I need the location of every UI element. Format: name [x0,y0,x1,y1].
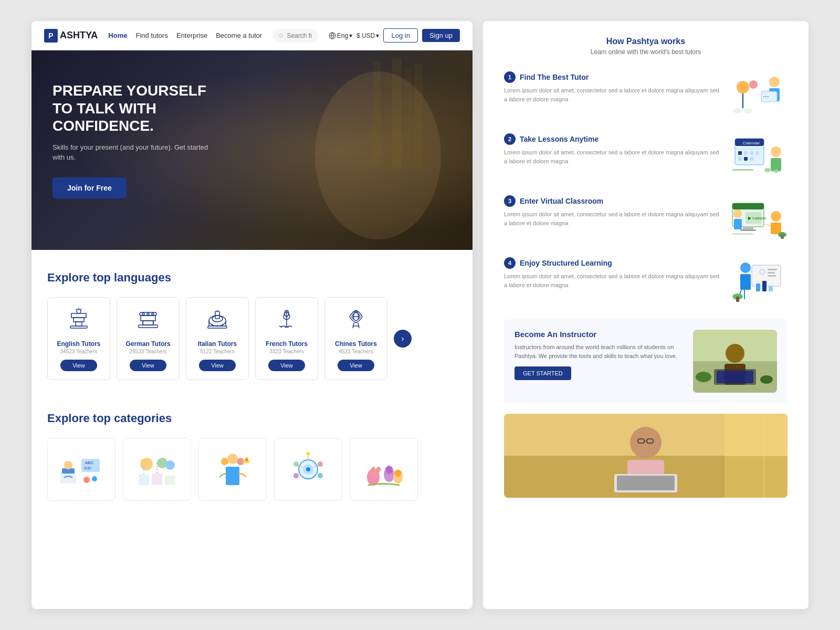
logo[interactable]: P ASHTYA [44,29,98,43]
navbar: P ASHTYA Home Find tutors Enterprise Bec… [32,21,472,50]
join-free-button[interactable]: Join for Free [52,177,127,198]
instructor-desc: Instructors from around the world teach … [514,343,685,360]
french-view-button[interactable]: View [268,360,305,371]
svg-rect-35 [215,311,219,319]
step-1-content: 1 Find The Best Tutor Lorem ipsum dolor … [504,71,721,103]
svg-rect-52 [139,475,149,485]
svg-point-22 [142,313,144,315]
svg-point-59 [221,458,228,465]
svg-point-51 [165,460,175,470]
svg-point-137 [760,375,773,384]
german-view-button[interactable]: View [130,360,166,371]
svg-point-47 [83,477,90,483]
svg-rect-98 [771,158,781,171]
cat-card-language[interactable]: ABC 你好 [47,438,116,501]
svg-text:Calendar: Calendar [743,141,760,145]
lang-card-chinese: Chines Tutors 4523 Teachers View [324,297,387,380]
nav-find-tutors[interactable]: Find tutors [135,32,167,39]
search-bar[interactable] [272,29,318,43]
category-illustration-1: ABC 你好 [56,447,107,492]
step-1: 1 Find The Best Tutor Lorem ipsum dolor … [504,71,788,119]
svg-point-100 [773,170,779,173]
instructor-section: Become An Instructor Instructors from ar… [504,319,788,403]
step-3-number: 3 [504,195,516,207]
login-button[interactable]: Log in [383,28,417,43]
hero-content: PREPARE YOURSELF TO TALK WITH CONFIDENCE… [32,50,231,230]
how-it-works-header: How Pashtya works Learn online with the … [504,37,788,56]
svg-marker-67 [306,451,310,455]
step-2-title: Take Lessons Anytime [520,135,598,143]
svg-line-112 [765,224,771,226]
italian-name: Italian Tutors [193,340,242,348]
svg-point-23 [147,313,149,315]
svg-rect-107 [734,219,742,229]
step-3-header: 3 Enter Virtual Classroom [504,195,721,207]
cat-card-professional[interactable] [198,438,267,501]
svg-text:ABC: ABC [85,460,94,465]
svg-point-57 [227,454,238,464]
svg-rect-146 [617,476,675,490]
cat-card-technology[interactable] [274,438,342,501]
svg-rect-105 [740,229,756,231]
italian-view-button[interactable]: View [199,360,236,371]
next-button[interactable]: › [394,330,412,348]
svg-point-116 [740,262,751,273]
hero-section: PREPARE YOURSELF TO TALK WITH CONFIDENCE… [32,50,472,250]
currency-selector[interactable]: $ USD ▾ [356,32,379,39]
nav-home[interactable]: Home [108,32,127,39]
instructor-photo [693,330,777,393]
how-subtitle: Learn online with the world's best tutor… [504,48,788,56]
french-name: French Tutors [262,340,311,348]
svg-rect-58 [226,467,239,485]
svg-rect-127 [756,284,760,291]
step-2-content: 2 Take Lessons Anytime Lorem ipsum dolor… [504,133,721,165]
svg-rect-117 [740,274,751,290]
english-name: English Tutors [54,340,103,348]
languages-section: Explore top languages Englis [32,250,472,401]
svg-rect-126 [736,297,739,302]
svg-rect-96 [750,157,753,161]
nav-enterprise[interactable]: Enterprise [176,32,207,39]
step-4-desc: Lorem ipsum dolor sit amet, consectetur … [504,272,721,289]
step-2-header: 2 Take Lessons Anytime [504,133,721,145]
how-title: How Pashtya works [504,37,788,46]
step-4-number: 4 [504,257,516,269]
svg-line-17 [81,309,81,310]
cat-card-business[interactable] [123,438,191,501]
instructor-title: Become An Instructor [514,330,685,339]
step-1-desc: Lorem ipsum dolor sit amet, consectetur … [504,86,721,103]
german-name: German Tutors [123,340,173,348]
cat-card-arts[interactable] [350,438,418,501]
svg-rect-122 [768,275,776,277]
nav-become-tutor[interactable]: Become a tutor [216,32,262,39]
get-started-button[interactable]: GET STARTED [514,366,571,380]
step-1-title: Find The Best Tutor [520,73,589,81]
step-3-content: 3 Enter Virtual Classroom Lorem ipsum do… [504,195,721,227]
svg-point-14 [77,309,81,313]
english-view-button[interactable]: View [60,360,97,371]
search-icon [279,33,284,39]
language-cards: English Tutors 34523 Teachers View [47,297,457,380]
chinese-teachers: 4523 Teachers [331,349,381,354]
step-3-title: Enter Virtual Classroom [520,197,603,205]
chinese-view-button[interactable]: View [338,360,374,371]
svg-text:你好: 你好 [83,466,91,470]
svg-line-1 [282,36,284,37]
svg-rect-90 [738,151,742,155]
step-1-header: 1 Find The Best Tutor [504,71,721,83]
svg-point-140 [630,427,662,458]
hero-title: PREPARE YOURSELF TO TALK WITH CONFIDENCE… [52,82,210,135]
svg-rect-54 [165,476,175,485]
language-selector[interactable]: Eng ▾ [329,32,352,39]
svg-point-71 [318,473,323,478]
svg-rect-41 [60,472,76,484]
svg-text:▪ ▪ ▪: ▪ ▪ ▪ [763,95,769,98]
signup-button[interactable]: Sign up [422,29,460,42]
lang-card-english: English Tutors 34523 Teachers View [47,297,110,380]
svg-point-119 [760,269,765,275]
step-2-number: 2 [504,133,516,145]
search-input[interactable] [287,32,311,39]
svg-rect-93 [755,151,759,155]
step-2-desc: Lorem ipsum dolor sit amet, consectetur … [504,148,721,165]
svg-point-97 [771,146,781,157]
